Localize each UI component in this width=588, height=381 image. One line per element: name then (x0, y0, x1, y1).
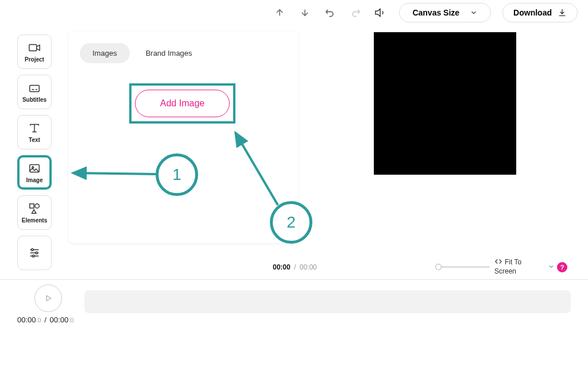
transport-time: 00:00.0 / 00:00.0 (17, 315, 74, 324)
video-icon (28, 41, 41, 54)
download-button[interactable]: Download (502, 3, 578, 22)
tab-row: Images Brand Images (80, 43, 287, 63)
add-image-highlight: Add Image (129, 83, 235, 124)
time-bar: 00:00 / 00:00 Fit To Screen ? (0, 255, 588, 280)
svg-rect-1 (30, 85, 40, 91)
svg-rect-0 (29, 44, 37, 51)
svg-point-7 (36, 252, 38, 254)
images-panel: Images Brand Images (68, 32, 298, 243)
sidebar-item-label: Text (29, 137, 40, 143)
tab-images[interactable]: Images (80, 43, 130, 63)
svg-rect-4 (30, 203, 34, 207)
sidebar-item-elements[interactable]: Elements (17, 195, 52, 230)
canvas-size-button[interactable]: Canvas Size (399, 3, 491, 22)
time-display: 00:00 / 00:00 (273, 263, 317, 271)
move-up-icon[interactable] (273, 6, 287, 20)
canvas-preview[interactable] (374, 32, 516, 175)
help-button[interactable]: ? (557, 262, 567, 272)
sidebar-item-label: Elements (22, 217, 47, 224)
fit-to-screen[interactable]: Fit To Screen (494, 258, 523, 276)
undo-icon[interactable] (323, 6, 337, 20)
add-image-button[interactable]: Add Image (135, 90, 230, 117)
sidebar-item-project[interactable]: Project (17, 34, 52, 69)
tab-brand-images[interactable]: Brand Images (133, 43, 205, 63)
sidebar-item-label: Subtitles (22, 97, 47, 103)
chevron-down-icon (470, 9, 478, 17)
chevron-down-icon[interactable] (548, 262, 555, 272)
left-sidebar: Project Subtitles Text Image Elements (17, 34, 52, 270)
move-down-icon[interactable] (298, 6, 312, 20)
zoom-slider[interactable] (435, 266, 490, 268)
canvas-size-label: Canvas Size (412, 8, 459, 17)
svg-point-6 (32, 249, 34, 251)
play-icon (44, 294, 52, 302)
time-current: 00:00 (273, 263, 291, 271)
sidebar-item-image[interactable]: Image (17, 155, 52, 190)
redo-icon[interactable] (349, 6, 362, 20)
image-icon (28, 162, 41, 175)
text-icon (28, 122, 41, 134)
fit-icon (494, 258, 502, 267)
shapes-icon (28, 202, 41, 215)
subtitles-icon (28, 82, 41, 94)
sidebar-item-label: Project (25, 56, 44, 63)
sidebar-item-text[interactable]: Text (17, 115, 52, 149)
time-separator: / (294, 263, 296, 271)
download-icon (558, 8, 567, 17)
timeline-track[interactable] (84, 290, 571, 313)
volume-icon[interactable] (374, 6, 388, 20)
sidebar-item-subtitles[interactable]: Subtitles (17, 75, 52, 109)
sidebar-item-label: Image (26, 177, 43, 183)
top-toolbar: Canvas Size Download (273, 3, 578, 22)
play-button[interactable] (34, 284, 62, 312)
download-label: Download (513, 8, 552, 17)
time-total: 00:00 (300, 263, 317, 271)
zoom-handle[interactable] (435, 264, 442, 270)
svg-point-5 (35, 203, 39, 207)
